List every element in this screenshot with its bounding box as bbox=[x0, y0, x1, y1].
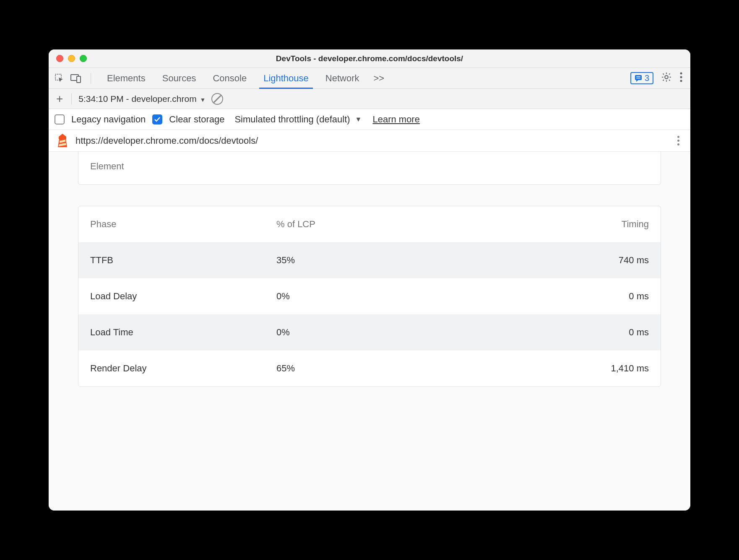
svg-point-9 bbox=[680, 80, 682, 82]
svg-point-8 bbox=[680, 76, 682, 78]
overflow-tabs-button[interactable]: >> bbox=[368, 73, 390, 84]
throttling-dropdown[interactable]: Simulated throttling (default) ▼ bbox=[234, 114, 366, 125]
svg-point-7 bbox=[680, 72, 682, 74]
chat-icon bbox=[635, 75, 642, 82]
clear-storage-checkbox[interactable] bbox=[152, 114, 162, 124]
report-url: https://developer.chrome.com/docs/devtoo… bbox=[75, 135, 258, 146]
maximize-window-button[interactable] bbox=[80, 55, 87, 62]
cell-timing: 1,410 ms bbox=[463, 363, 649, 374]
element-card: Element bbox=[78, 152, 661, 185]
report-dropdown[interactable]: 5:34:10 PM - developer.chrom ▼ bbox=[78, 94, 206, 104]
check-icon bbox=[154, 116, 161, 123]
tabs-row: Elements Sources Console Lighthouse Netw… bbox=[49, 68, 690, 89]
issues-badge[interactable]: 3 bbox=[630, 72, 653, 84]
cell-phase: Render Delay bbox=[90, 363, 276, 374]
lighthouse-toolbar: + 5:34:10 PM - developer.chrom ▼ bbox=[49, 89, 690, 109]
table-row: Render Delay 65% 1,410 ms bbox=[78, 350, 661, 386]
report-dropdown-label: 5:34:10 PM - developer.chrom bbox=[78, 94, 196, 104]
cell-pct: 35% bbox=[276, 255, 463, 266]
table-row: Load Time 0% 0 ms bbox=[78, 314, 661, 350]
cell-phase: Load Time bbox=[90, 327, 276, 338]
issues-count: 3 bbox=[645, 73, 649, 83]
caret-down-icon: ▼ bbox=[200, 96, 206, 103]
divider bbox=[91, 73, 91, 84]
cell-phase: TTFB bbox=[90, 255, 276, 266]
url-row: https://developer.chrome.com/docs/devtoo… bbox=[49, 130, 690, 152]
gear-icon bbox=[661, 72, 672, 83]
element-label: Element bbox=[90, 161, 124, 171]
svg-rect-2 bbox=[77, 76, 81, 83]
legacy-nav-checkbox[interactable] bbox=[55, 114, 65, 124]
table-header: Phase % of LCP Timing bbox=[78, 206, 661, 242]
throttling-label: Simulated throttling (default) bbox=[234, 114, 350, 125]
options-row: Legacy navigation Clear storage Simulate… bbox=[49, 109, 690, 130]
svg-rect-3 bbox=[635, 75, 642, 80]
svg-point-6 bbox=[665, 75, 668, 79]
minimize-window-button[interactable] bbox=[68, 55, 75, 62]
legacy-nav-label: Legacy navigation bbox=[71, 114, 146, 125]
col-timing: Timing bbox=[463, 219, 649, 230]
cell-timing: 0 ms bbox=[463, 327, 649, 338]
cell-pct: 0% bbox=[276, 291, 463, 302]
caret-down-icon: ▼ bbox=[355, 116, 362, 123]
devtools-window: DevTools - developer.chrome.com/docs/dev… bbox=[49, 49, 690, 511]
inspect-icon[interactable] bbox=[55, 73, 65, 83]
cell-phase: Load Delay bbox=[90, 291, 276, 302]
tab-console[interactable]: Console bbox=[204, 68, 255, 88]
cell-pct: 0% bbox=[276, 327, 463, 338]
clear-button[interactable] bbox=[211, 93, 223, 105]
col-pct: % of LCP bbox=[276, 219, 463, 230]
tab-network[interactable]: Network bbox=[317, 68, 368, 88]
new-report-button[interactable]: + bbox=[55, 92, 65, 106]
tab-lighthouse[interactable]: Lighthouse bbox=[255, 68, 317, 88]
learn-more-link[interactable]: Learn more bbox=[372, 114, 420, 125]
cell-pct: 65% bbox=[276, 363, 463, 374]
settings-button[interactable] bbox=[661, 72, 672, 85]
lighthouse-icon bbox=[56, 133, 69, 148]
report-menu-button[interactable] bbox=[677, 136, 683, 145]
cell-timing: 740 ms bbox=[463, 255, 649, 266]
kebab-icon bbox=[679, 72, 683, 83]
close-window-button[interactable] bbox=[56, 55, 63, 62]
left-controls bbox=[52, 73, 99, 84]
lcp-phase-table: Phase % of LCP Timing TTFB 35% 740 ms Lo… bbox=[78, 206, 661, 387]
titlebar: DevTools - developer.chrome.com/docs/dev… bbox=[49, 49, 690, 68]
traffic-lights bbox=[49, 55, 87, 62]
divider bbox=[71, 93, 72, 104]
col-phase: Phase bbox=[90, 219, 276, 230]
window-title: DevTools - developer.chrome.com/docs/dev… bbox=[49, 54, 690, 63]
content-area: Element Phase % of LCP Timing TTFB 35% 7… bbox=[49, 152, 690, 511]
tab-sources[interactable]: Sources bbox=[154, 68, 205, 88]
right-controls: 3 bbox=[630, 72, 687, 85]
table-row: Load Delay 0% 0 ms bbox=[78, 278, 661, 314]
device-toolbar-icon[interactable] bbox=[70, 74, 81, 83]
cell-timing: 0 ms bbox=[463, 291, 649, 302]
tab-elements[interactable]: Elements bbox=[99, 68, 154, 88]
clear-storage-label: Clear storage bbox=[169, 114, 224, 125]
more-button[interactable] bbox=[679, 72, 683, 85]
table-row: TTFB 35% 740 ms bbox=[78, 242, 661, 278]
